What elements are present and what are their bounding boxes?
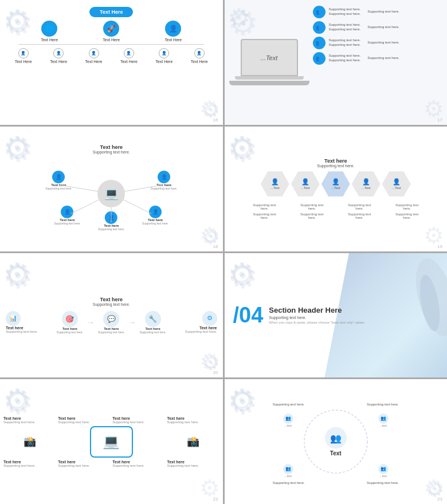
slide4-subtitle: Supporting text here. bbox=[317, 164, 354, 168]
side-left: 📊 Text here Supporting text here. bbox=[6, 311, 40, 333]
side-right: ⚙ Text here Supporting text here. bbox=[183, 311, 217, 333]
s7-col3-top: Text here Supporting text here. bbox=[112, 416, 164, 424]
support-text-4a: Supporting text here. bbox=[329, 54, 361, 58]
slide-3: ⚙ ⚙ Text here Supporting text here. 💻 👤 … bbox=[0, 127, 223, 251]
slide-1: ⚙ ⚙ Text Here 🌐 Text Here 🚀 Text Here 👤 … bbox=[0, 0, 223, 125]
slide-2: ⚙ ...Text 👥 Supporting text here. Suppor… bbox=[225, 0, 448, 125]
icon-row-1: 👥 Supporting text here. Supporting text … bbox=[313, 6, 443, 18]
center-people-icon: 👥 bbox=[325, 427, 347, 449]
support-text-4c: Supporting text here. bbox=[367, 56, 399, 61]
laptop-screen: ...Text bbox=[241, 39, 298, 76]
support-text-3b: Supporting text here. bbox=[329, 43, 361, 48]
s7-label-3t: Text here bbox=[112, 416, 130, 420]
support-text-1c: Supporting text here. bbox=[367, 10, 399, 14]
hex-4[interactable]: 👤 ...Text bbox=[352, 171, 381, 196]
top-button[interactable]: Text Here bbox=[89, 7, 133, 17]
org-icon-3: 👤 bbox=[165, 21, 181, 37]
corner-tl-text: Supporting text here. bbox=[273, 403, 305, 406]
org-small-label-4: Text Here bbox=[120, 60, 138, 64]
hex-3-active[interactable]: 👤 ...Text bbox=[321, 171, 350, 196]
support-row-1: Supporting text here. Supporting text he… bbox=[241, 203, 431, 210]
insta-icon-4: 📸 bbox=[167, 426, 219, 458]
slide-number-4: 19 bbox=[437, 244, 442, 249]
slide-8: ⚙ ⚙ 👥 Text Supporting text here. 👥 ...te… bbox=[225, 379, 448, 504]
s7-sub-4b: Supporting text here. bbox=[167, 464, 199, 467]
org-small-icon-6: 👤 bbox=[194, 48, 205, 58]
proc-sub-1: Supporting text here. bbox=[57, 330, 83, 334]
s7-sub-2b: Supporting text here. bbox=[58, 464, 90, 467]
slide5-title: Text here bbox=[100, 297, 123, 302]
org-small-label-5: Text Here bbox=[155, 60, 172, 64]
s7-col2-bot: Text here Supporting text here. bbox=[58, 460, 110, 467]
support-text-4b: Supporting text here. bbox=[329, 58, 361, 63]
support-text-2b: Supporting text here. bbox=[329, 27, 361, 32]
hex-icon-4: 👤 bbox=[362, 178, 370, 186]
org-icon-2: 🚀 bbox=[103, 21, 119, 37]
gear-wm-s7: ⚙ bbox=[3, 382, 31, 419]
hex-icon-3: 👤 bbox=[332, 178, 340, 186]
sup-1: Supporting text here. bbox=[249, 203, 280, 210]
org-small-label-3: Text Here bbox=[85, 60, 103, 64]
s7-col2-top: Text here Supporting text here. bbox=[58, 416, 110, 424]
section-header-text: Section Header Here bbox=[269, 306, 365, 314]
slide-number-5: 20 bbox=[213, 370, 218, 375]
process-container: 📊 Text here Supporting text here. 🎯 Text… bbox=[6, 311, 217, 334]
icon-text-extra-2: Supporting text here. bbox=[367, 25, 399, 30]
hex-2[interactable]: 👤 ...Text bbox=[291, 171, 320, 196]
circ-label-tl: ...text bbox=[285, 424, 292, 427]
hex-icon-5: 👤 bbox=[393, 178, 401, 186]
left-label: Text here bbox=[6, 326, 23, 330]
slide-grid: ⚙ ⚙ Text Here 🌐 Text Here 🚀 Text Here 👤 … bbox=[0, 0, 447, 504]
circ-icon-br: 👥 bbox=[378, 464, 389, 474]
laptop-container: ...Text bbox=[229, 6, 309, 119]
s7-sub-3t: Supporting text here. bbox=[112, 420, 144, 424]
org-small-3: 👤 Text Here bbox=[85, 48, 103, 64]
corner-br: Supporting text here. bbox=[367, 476, 399, 486]
left-icon: 📊 bbox=[6, 311, 21, 326]
insta-icon-1: 📸 bbox=[3, 426, 56, 458]
left-sub: Supporting text here. bbox=[6, 330, 38, 333]
s7-label-1t: Text here bbox=[3, 416, 21, 420]
gear-wm-s2: ⚙ bbox=[228, 3, 250, 33]
slide3-subtitle: Supporting text here. bbox=[93, 150, 130, 154]
gear-watermark-1: ⚙ bbox=[3, 3, 31, 40]
hex-label-3: ...Text bbox=[331, 186, 340, 190]
section-number: /04 bbox=[233, 303, 264, 328]
gear-wm-s3b: ⚙ bbox=[202, 226, 220, 249]
circ-icon-tr: 👥 bbox=[378, 414, 389, 424]
s7-label-4t: Text here bbox=[167, 416, 185, 420]
org-small-icon-4: 👤 bbox=[124, 48, 134, 58]
s7-sub-2t: Supporting text here. bbox=[58, 420, 90, 424]
circ-icon-tl: 👥 bbox=[283, 414, 293, 424]
s7-label-2b: Text here bbox=[58, 460, 76, 464]
s7-col4-top: Text here Supporting text here. bbox=[167, 416, 219, 424]
hex-label-2: ...Text bbox=[301, 186, 310, 190]
hex-icon-2: 👤 bbox=[301, 178, 309, 186]
proc-arrow-2: → bbox=[128, 318, 136, 327]
hex-5[interactable]: 👤 ...Text bbox=[382, 171, 411, 196]
support-text-1b: Supporting text here. bbox=[329, 12, 361, 17]
gear-wm-s5: ⚙ bbox=[3, 256, 31, 293]
s7-sub-1b: Supporting text here. bbox=[3, 464, 36, 467]
icon-row-3: 👥 Supporting text here. Supporting text … bbox=[313, 37, 443, 49]
hex-label-4: ...Text bbox=[362, 186, 371, 190]
corner-tl: Supporting text here. bbox=[273, 397, 305, 408]
icon-text-1: Supporting text here. Supporting text he… bbox=[329, 7, 361, 17]
circular-container: 👥 Text Supporting text here. 👥 ...text 👥… bbox=[273, 392, 399, 492]
gear-wm-s4: ⚙ bbox=[228, 129, 256, 166]
slide-6: ⚙ /04 Section Header Here Supporting tex… bbox=[225, 253, 448, 378]
icon-text-3: Supporting text here. Supporting text he… bbox=[329, 38, 361, 48]
org-small-1: 👤 Text Here bbox=[15, 48, 32, 64]
icon-circle-3: 👥 bbox=[313, 37, 326, 49]
network-diagram: 💻 👤 Text here Supporting text here. 👤 Te… bbox=[42, 156, 180, 231]
s7-grid: Text here Supporting text here. Text her… bbox=[3, 416, 219, 467]
slide3-title: Text here bbox=[100, 144, 123, 150]
org-small-label-6: Text Here bbox=[191, 60, 208, 64]
org-h-line bbox=[18, 44, 204, 45]
icon-circle-4: 👥 bbox=[313, 52, 326, 65]
proc-2: 💬 Text here Supporting text here. bbox=[98, 311, 124, 334]
s7-col1-top: Text here Supporting text here. bbox=[3, 416, 56, 424]
hex-1[interactable]: 👤 ...Text bbox=[261, 171, 289, 196]
circ-node-bl: 👥 ...text bbox=[283, 464, 293, 478]
s7-sub-3b: Supporting text here. bbox=[112, 464, 144, 467]
